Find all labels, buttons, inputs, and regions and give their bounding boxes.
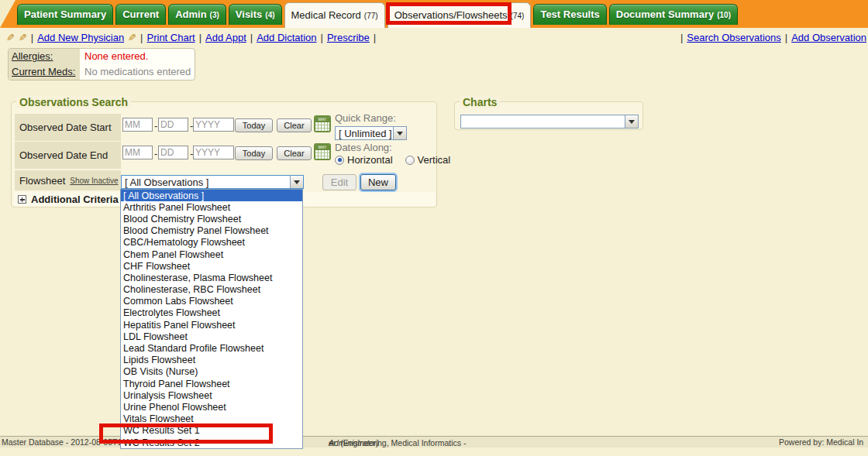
charts-title: Charts (460, 96, 500, 108)
end-day-input[interactable] (158, 146, 188, 159)
status-database-text: Master Database - 2012-08-05T14:25: (2, 437, 140, 447)
separator: | (321, 32, 323, 43)
tab-patient-summary[interactable]: Patient Summary (17, 4, 113, 25)
tab-document-summary[interactable]: Document Summary(10) (609, 4, 738, 25)
tab-bar: Patient Summary Current Admin(3) Visits(… (17, 0, 738, 28)
start-month-input[interactable] (122, 118, 153, 132)
chevron-down-icon[interactable] (290, 176, 303, 188)
flowsheet-option[interactable]: Chem Panel Flowsheet (121, 249, 302, 260)
flowsheet-option[interactable]: Lead Standard Profile Flowsheet (121, 342, 302, 354)
end-year-input[interactable] (193, 146, 234, 159)
toolbar-right: | Search Observations | Add Observation (680, 32, 866, 43)
separator: | (785, 32, 787, 43)
search-observations-link[interactable]: Search Observations (687, 32, 780, 43)
tab-current[interactable]: Current (115, 4, 166, 25)
flowsheet-dropdown-list: [ All Observations ] Arthritis Panel Flo… (120, 189, 303, 449)
flowsheet-option[interactable]: [ All Observations ] (121, 190, 302, 201)
header-band: Patient Summary Current Admin(3) Visits(… (0, 0, 868, 28)
quick-range-label: Quick Range: (335, 112, 396, 124)
tab-medical-record[interactable]: Medical Record(77) (284, 2, 385, 28)
start-clear-button[interactable]: Clear (277, 118, 312, 132)
charts-panel: Charts (454, 101, 643, 130)
add-observation-link[interactable]: Add Observation (791, 32, 866, 43)
toolbar-left: ✎ ✎ | Add New Physician ✎ | Print Chart … (6, 32, 376, 43)
tab-test-results[interactable]: Test Results (533, 4, 606, 25)
flowsheet-option[interactable]: Arthritis Panel Flowsheet (121, 201, 302, 213)
quick-range-select[interactable]: [ Unlimited ] (335, 126, 407, 140)
start-day-input[interactable] (158, 118, 188, 132)
edit-pencil-icon[interactable]: ✎ (128, 32, 136, 43)
corner-decoration (0, 0, 16, 28)
prescribe-link[interactable]: Prescribe (327, 32, 370, 43)
tab-observations-flowsheets[interactable]: Observations/Flowsheets(74) (388, 2, 532, 28)
separator: | (680, 32, 683, 43)
end-clear-button[interactable]: Clear (277, 146, 312, 160)
add-new-physician-link[interactable]: Add New Physician (37, 32, 124, 43)
separator: | (140, 32, 143, 43)
dates-along-radios: Horizontal Vertical (335, 154, 450, 166)
chevron-down-icon[interactable] (393, 127, 406, 139)
flowsheet-option[interactable]: Common Labs Flowsheet (121, 296, 302, 307)
flowsheet-option[interactable]: Cholinesterase, Plasma Flowsheet (121, 272, 302, 283)
flowsheet-option[interactable]: Urine Phenol Flowsheet (121, 401, 302, 413)
observed-date-start-label: Observed Date Start (15, 114, 121, 141)
flowsheet-option[interactable]: Lipids Flowsheet (121, 355, 302, 366)
start-today-button[interactable]: Today (235, 118, 273, 132)
flowsheet-option[interactable]: CHF Flowsheet (121, 260, 302, 272)
edit-pencil-icon[interactable]: ✎ (19, 32, 27, 43)
additional-criteria-label: Additional Criteria (31, 194, 119, 205)
flowsheet-option[interactable]: CBC/Hematology Flowsheet (121, 237, 302, 249)
new-flowsheet-button[interactable]: New (360, 174, 396, 190)
flowsheet-option[interactable]: Hepatitis Panel Flowsheet (121, 319, 302, 331)
horizontal-radio[interactable] (335, 156, 344, 165)
flowsheet-option[interactable]: Blood Chemistry Panel Flowsheet (121, 225, 302, 237)
vertical-radio-label: Vertical (418, 154, 451, 166)
flowsheet-option[interactable]: Vitals Flowsheet (121, 413, 302, 425)
flowsheet-option[interactable]: OB Visits (Nurse) (121, 366, 302, 378)
start-year-input[interactable] (193, 118, 234, 132)
separator: | (199, 32, 202, 43)
flowsheet-option[interactable]: WC Results Set 1 (121, 425, 302, 437)
flowsheet-label: Flowsheet (19, 175, 65, 187)
separator: | (374, 32, 376, 43)
allergies-label[interactable]: Allergies: (9, 49, 80, 64)
flowsheet-option[interactable]: Thyroid Panel Flowsheet (121, 378, 302, 389)
current-meds-value: No medications entered (80, 64, 195, 80)
observed-date-end-label: Observed Date End (15, 142, 121, 169)
flowsheet-select[interactable]: [ All Observations ] (121, 175, 304, 189)
date-dash: - (154, 120, 157, 132)
add-appt-link[interactable]: Add Appt (205, 32, 246, 43)
current-meds-label[interactable]: Current Meds: (9, 64, 80, 80)
flowsheet-option[interactable]: Cholinesterase, RBC Flowsheet (121, 284, 302, 296)
end-today-button[interactable]: Today (235, 146, 273, 160)
flowsheet-label-cell: Flowsheet Show Inactive (15, 170, 121, 190)
edit-pencil-icon[interactable]: ✎ (6, 32, 15, 43)
start-calendar-icon[interactable]: MAY (314, 115, 331, 132)
allergies-value: None entered. (80, 49, 195, 64)
panel-title: Observations Search (16, 96, 131, 108)
flowsheet-option[interactable]: LDL Flowsheet (121, 331, 302, 342)
separator: | (250, 32, 253, 43)
flowsheet-option[interactable]: Blood Chemistry Flowsheet (121, 213, 302, 225)
horizontal-radio-label: Horizontal (347, 154, 393, 166)
tab-visits[interactable]: Visits(4) (229, 4, 282, 25)
tab-admin[interactable]: Admin(3) (168, 4, 226, 25)
separator: | (31, 32, 33, 43)
end-calendar-icon[interactable]: MAY (314, 143, 331, 160)
print-chart-link[interactable]: Print Chart (147, 32, 195, 43)
flowsheet-option[interactable]: Electrolytes Flowsheet (121, 307, 302, 319)
show-inactive-link[interactable]: Show Inactive (70, 177, 118, 185)
edit-flowsheet-button[interactable]: Edit (322, 174, 356, 190)
charts-select[interactable] (460, 115, 639, 129)
chevron-down-icon[interactable] (625, 115, 638, 128)
dates-along-label: Dates Along: (335, 142, 392, 153)
flowsheet-option[interactable]: WC Results Set 2 (121, 437, 302, 448)
status-powered-by-text: Powered by: Medical In (779, 437, 863, 447)
add-dictation-link[interactable]: Add Dictation (257, 32, 316, 43)
expand-plus-icon[interactable] (18, 195, 26, 204)
vertical-radio[interactable] (405, 156, 415, 165)
flowsheet-option[interactable]: Urinalysis Flowsheet (121, 389, 302, 401)
patient-info-box: Allergies: None entered. Current Meds: N… (8, 48, 195, 81)
date-dash: - (154, 148, 157, 159)
end-month-input[interactable] (122, 146, 153, 159)
